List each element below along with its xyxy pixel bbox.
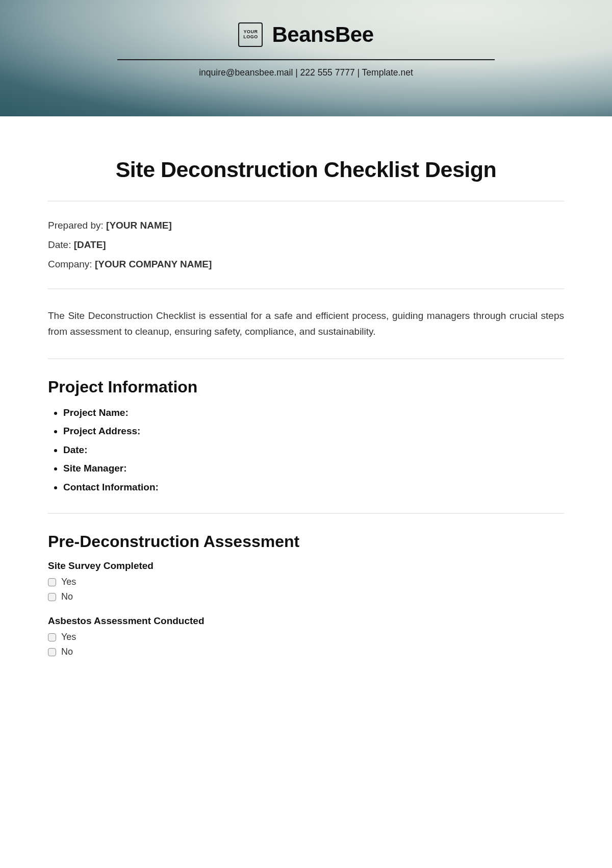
intro-paragraph: The Site Deconstruction Checklist is ess…	[48, 308, 564, 340]
checkbox-icon[interactable]	[48, 578, 56, 586]
list-item: Site Manager:	[63, 461, 564, 476]
checkbox-icon[interactable]	[48, 633, 56, 641]
divider	[48, 288, 564, 289]
check-row: Yes	[48, 577, 564, 587]
list-item: Project Name:	[63, 406, 564, 420]
contact-line: inquire@beansbee.mail | 222 555 7777 | T…	[0, 67, 612, 78]
pre-assessment-heading: Pre-Deconstruction Assessment	[48, 532, 564, 551]
company-label: Company:	[48, 259, 95, 269]
prepared-by-line: Prepared by: [YOUR NAME]	[48, 220, 564, 231]
check-group-title: Asbestos Assessment Conducted	[48, 615, 564, 627]
document-title: Site Deconstruction Checklist Design	[48, 157, 564, 182]
date-line: Date: [DATE]	[48, 239, 564, 251]
header-divider	[117, 59, 495, 60]
logo-line2: LOGO	[243, 35, 258, 40]
date-label: Date:	[48, 239, 74, 250]
project-info-heading: Project Information	[48, 378, 564, 396]
logo-placeholder: YOUR LOGO	[238, 22, 263, 47]
logo-row: YOUR LOGO BeansBee	[0, 22, 612, 47]
check-group-asbestos: Asbestos Assessment Conducted Yes No	[48, 615, 564, 657]
project-info-list: Project Name: Project Address: Date: Sit…	[48, 406, 564, 495]
check-label: No	[61, 647, 73, 657]
check-group-site-survey: Site Survey Completed Yes No	[48, 560, 564, 602]
company-value: [YOUR COMPANY NAME]	[95, 259, 212, 269]
check-row: No	[48, 647, 564, 657]
list-item: Project Address:	[63, 424, 564, 439]
list-item: Date:	[63, 443, 564, 458]
check-label: Yes	[61, 632, 76, 642]
check-group-title: Site Survey Completed	[48, 560, 564, 572]
divider	[48, 358, 564, 359]
checkbox-icon[interactable]	[48, 648, 56, 656]
check-row: No	[48, 591, 564, 602]
company-line: Company: [YOUR COMPANY NAME]	[48, 259, 564, 270]
divider	[48, 513, 564, 514]
header-band: YOUR LOGO BeansBee inquire@beansbee.mail…	[0, 0, 612, 116]
meta-block: Prepared by: [YOUR NAME] Date: [DATE] Co…	[48, 220, 564, 270]
check-row: Yes	[48, 632, 564, 642]
brand-name: BeansBee	[272, 22, 373, 47]
check-label: Yes	[61, 577, 76, 587]
checkbox-icon[interactable]	[48, 593, 56, 601]
date-value: [DATE]	[74, 239, 106, 250]
prepared-by-value: [YOUR NAME]	[106, 220, 172, 231]
list-item: Contact Information:	[63, 480, 564, 495]
check-label: No	[61, 591, 73, 602]
divider	[48, 201, 564, 202]
prepared-by-label: Prepared by:	[48, 220, 106, 231]
document-content: Site Deconstruction Checklist Design Pre…	[0, 116, 612, 691]
